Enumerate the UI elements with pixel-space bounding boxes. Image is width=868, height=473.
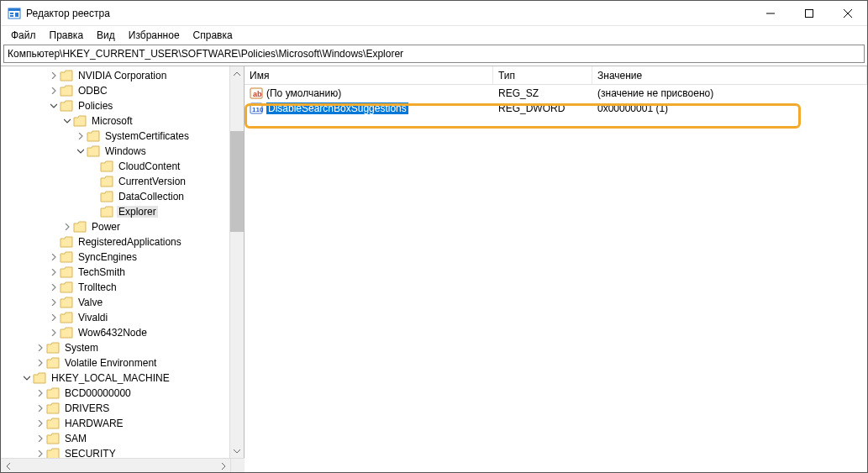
tree-node-policies[interactable]: Policies — [1, 98, 229, 113]
tree-node-security[interactable]: SECURITY — [1, 446, 229, 458]
tree-label: NVIDIA Corporation — [76, 70, 168, 81]
tree-node-windows[interactable]: Windows — [1, 144, 229, 159]
tree-node-syncengines[interactable]: SyncEngines — [1, 250, 229, 265]
address-bar[interactable]: Компьютер\HKEY_CURRENT_USER\SOFTWARE\Pol… — [3, 45, 865, 63]
tree-node-regapps[interactable]: RegisteredApplications — [1, 234, 229, 250]
chevron-right-icon[interactable] — [34, 405, 46, 412]
scroll-right-icon[interactable] — [216, 459, 230, 473]
value-type: REG_DWORD — [493, 102, 592, 114]
maximize-button[interactable] — [790, 1, 829, 25]
chevron-right-icon[interactable] — [34, 344, 46, 351]
chevron-right-icon[interactable] — [48, 314, 60, 321]
folder-icon — [60, 100, 73, 112]
menu-file[interactable]: Файл — [4, 28, 43, 43]
tree-node-explorer[interactable]: Explorer — [1, 204, 229, 219]
chevron-right-icon[interactable] — [48, 329, 60, 336]
chevron-right-icon[interactable] — [34, 390, 46, 397]
menu-favorites[interactable]: Избранное — [122, 28, 187, 43]
list-body[interactable]: ab (По умолчанию) REG_SZ (значение не пр… — [245, 85, 867, 472]
svg-text:ab: ab — [253, 90, 262, 98]
scroll-track[interactable] — [230, 81, 244, 444]
tree-node-valve[interactable]: Valve — [1, 295, 229, 310]
tree-horizontal-scrollbar[interactable] — [1, 458, 230, 472]
value-row-default[interactable]: ab (По умолчанию) REG_SZ (значение не пр… — [245, 86, 867, 101]
value-row-disablesearchbox[interactable]: 110 DisableSearchBoxSuggestions REG_DWOR… — [245, 101, 867, 116]
tree-node-bcd[interactable]: BCD00000000 — [1, 386, 229, 401]
menu-edit[interactable]: Правка — [43, 28, 91, 43]
tree-label: Vivaldi — [76, 312, 109, 323]
column-type[interactable]: Тип — [493, 66, 592, 84]
scroll-down-icon[interactable] — [230, 444, 244, 458]
scroll-corner — [230, 458, 245, 472]
chevron-right-icon[interactable] — [48, 284, 60, 291]
tree-label: Explorer — [117, 206, 158, 218]
column-name[interactable]: Имя — [245, 66, 493, 84]
chevron-right-icon[interactable] — [48, 87, 60, 94]
folder-icon — [60, 266, 73, 278]
tree-node-syscerts[interactable]: SystemCertificates — [1, 129, 229, 144]
scroll-track[interactable] — [15, 459, 216, 472]
chevron-down-icon[interactable] — [61, 118, 73, 124]
folder-icon — [46, 387, 60, 399]
menu-help[interactable]: Справка — [187, 28, 239, 43]
tree-node-hardware[interactable]: HARDWARE — [1, 416, 229, 431]
chevron-right-icon[interactable] — [34, 435, 46, 442]
folder-icon — [60, 85, 73, 97]
chevron-down-icon[interactable] — [48, 102, 60, 109]
chevron-right-icon[interactable] — [34, 420, 46, 427]
chevron-down-icon[interactable] — [21, 375, 33, 381]
tree-node-currentversion[interactable]: CurrentVersion — [1, 174, 229, 189]
svg-rect-4 — [15, 13, 18, 17]
tree-node-microsoft[interactable]: Microsoft — [1, 113, 229, 129]
chevron-right-icon[interactable] — [48, 72, 60, 79]
chevron-right-icon[interactable] — [48, 254, 60, 260]
scroll-thumb[interactable] — [230, 131, 244, 232]
tree-vertical-scrollbar[interactable] — [229, 66, 244, 458]
tree-node-system[interactable]: System — [1, 340, 229, 355]
minimize-button[interactable] — [751, 1, 790, 25]
chevron-right-icon[interactable] — [48, 299, 60, 306]
chevron-right-icon[interactable] — [75, 133, 87, 139]
svg-rect-6 — [806, 9, 813, 17]
chevron-right-icon[interactable] — [48, 269, 60, 276]
tree-node-volatile[interactable]: Volatile Environment — [1, 355, 229, 371]
tree-label: Microsoft — [90, 115, 134, 127]
chevron-down-icon[interactable] — [75, 148, 87, 155]
chevron-right-icon[interactable] — [61, 223, 73, 230]
tree-node-hklm[interactable]: HKEY_LOCAL_MACHINE — [1, 371, 229, 386]
string-value-icon: ab — [250, 87, 263, 100]
column-data[interactable]: Значение — [592, 66, 867, 84]
tree-node-nvidia[interactable]: NVIDIA Corporation — [1, 68, 229, 83]
main-area: NVIDIA Corporation ODBC Policies Microso… — [1, 66, 867, 472]
tree-label: Trolltech — [76, 281, 118, 293]
tree-node-trolltech[interactable]: Trolltech — [1, 280, 229, 295]
tree-node-cloudcontent[interactable]: CloudContent — [1, 159, 229, 174]
title-bar: Редактор реестра — [1, 1, 867, 26]
folder-icon — [60, 327, 73, 339]
tree-view[interactable]: NVIDIA Corporation ODBC Policies Microso… — [1, 66, 229, 458]
scroll-left-icon[interactable] — [1, 459, 15, 473]
tree-node-datacollection[interactable]: DataCollection — [1, 189, 229, 204]
tree-node-wow64[interactable]: Wow6432Node — [1, 325, 229, 340]
tree-node-vivaldi[interactable]: Vivaldi — [1, 310, 229, 325]
tree-label: SystemCertificates — [103, 130, 191, 142]
folder-icon — [60, 312, 73, 323]
tree-label: Volatile Environment — [63, 357, 158, 369]
tree-label: System — [63, 342, 100, 354]
scroll-up-icon[interactable] — [230, 66, 244, 81]
folder-icon — [46, 418, 60, 429]
chevron-right-icon[interactable] — [34, 360, 46, 366]
chevron-right-icon[interactable] — [34, 450, 46, 457]
tree-node-techsmith[interactable]: TechSmith — [1, 265, 229, 280]
tree-node-sam[interactable]: SAM — [1, 431, 229, 446]
tree-node-odbc[interactable]: ODBC — [1, 83, 229, 98]
folder-icon — [60, 251, 73, 263]
tree-label: RegisteredApplications — [76, 236, 183, 248]
tree-node-power[interactable]: Power — [1, 219, 229, 234]
menu-view[interactable]: Вид — [90, 28, 122, 43]
menu-bar: Файл Правка Вид Избранное Справка — [1, 26, 867, 45]
folder-icon — [33, 372, 46, 384]
close-button[interactable] — [829, 1, 867, 25]
folder-icon — [100, 176, 113, 187]
tree-node-drivers[interactable]: DRIVERS — [1, 401, 229, 416]
